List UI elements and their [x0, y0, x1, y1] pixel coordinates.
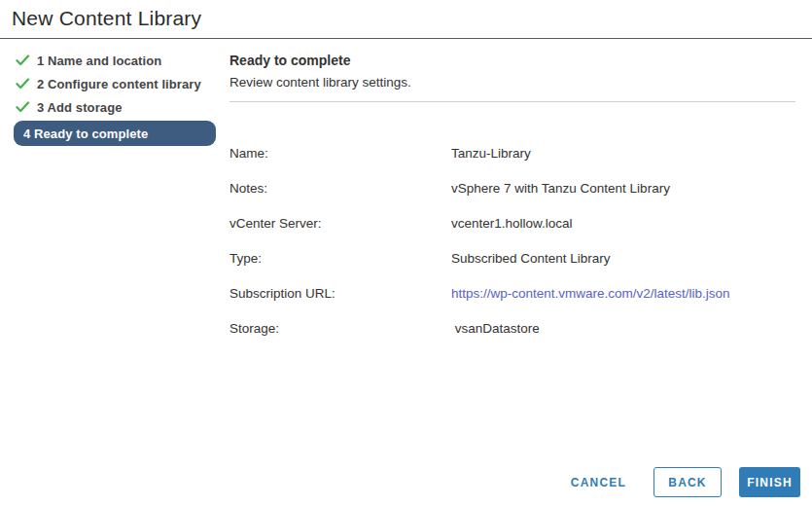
finish-button[interactable]: FINISH	[739, 467, 800, 497]
field-value: Tanzu-Library	[451, 147, 531, 161]
check-icon	[16, 101, 30, 113]
cancel-button[interactable]: CANCEL	[561, 467, 636, 497]
field-label: Name:	[229, 147, 451, 161]
field-value: vSphere 7 with Tanzu Content Library	[451, 182, 670, 196]
field-value: vcenter1.hollow.local	[451, 217, 573, 231]
field-label: Type:	[229, 252, 451, 266]
field-label: Notes:	[229, 182, 451, 196]
summary-fields: Name:Tanzu-LibraryNotes:vSphere 7 with T…	[229, 102, 795, 336]
dialog-header: New Content Library	[0, 0, 812, 39]
wizard-step-label: 2 Configure content library	[37, 77, 201, 91]
field-row: Type:Subscribed Content Library	[229, 252, 795, 266]
check-icon	[16, 78, 30, 90]
wizard-step-2[interactable]: 2 Configure content library	[0, 72, 229, 95]
dialog-body: 1 Name and location2 Configure content l…	[0, 39, 812, 357]
dialog-footer: CANCEL BACK FINISH	[561, 467, 800, 497]
step-subheading: Review content library settings.	[229, 75, 795, 90]
wizard-step-3[interactable]: 3 Add storage	[0, 95, 229, 119]
field-row: Notes:vSphere 7 with Tanzu Content Libra…	[229, 182, 795, 196]
field-row: vCenter Server:vcenter1.hollow.local	[229, 217, 795, 231]
field-value: Subscribed Content Library	[451, 252, 611, 266]
new-content-library-dialog: New Content Library 1 Name and location2…	[0, 0, 812, 357]
wizard-step-label: 1 Name and location	[37, 54, 161, 68]
field-row: Name:Tanzu-Library	[229, 147, 795, 161]
wizard-step-4[interactable]: 4 Ready to complete	[14, 121, 216, 146]
field-label: Subscription URL:	[229, 287, 451, 301]
field-label: Storage:	[229, 322, 451, 336]
back-button[interactable]: BACK	[653, 467, 722, 497]
wizard-step-list: 1 Name and location2 Configure content l…	[0, 39, 229, 146]
subscription-url-link[interactable]: https://wp-content.vmware.com/v2/latest/…	[451, 287, 730, 301]
wizard-step-1[interactable]: 1 Name and location	[0, 49, 229, 72]
step-content: Ready to complete Review content library…	[229, 39, 812, 357]
page-title: New Content Library	[12, 7, 800, 30]
field-row: Storage: vsanDatastore	[229, 322, 795, 336]
wizard-step-label: 3 Add storage	[37, 100, 123, 115]
field-value: vsanDatastore	[451, 322, 540, 336]
wizard-step-label: 4 Ready to complete	[23, 126, 148, 141]
field-label: vCenter Server:	[229, 217, 451, 231]
step-heading: Ready to complete	[229, 53, 795, 68]
field-row: Subscription URL:https://wp-content.vmwa…	[229, 287, 795, 301]
check-icon	[16, 54, 30, 66]
